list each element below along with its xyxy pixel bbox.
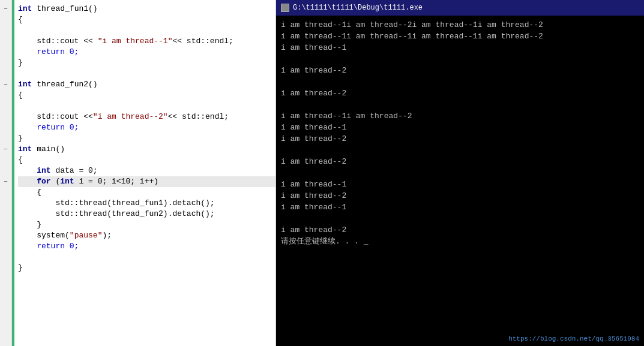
terminal-footer-link: https://blog.csdn.net/qq_35651984 [276, 334, 644, 346]
editor-gutter: − − − − [0, 0, 12, 346]
csdn-link: https://blog.csdn.net/qq_35651984 [508, 335, 639, 342]
terminal-line: i am thread--1i am thread--2i am thread-… [281, 19, 639, 31]
code-line [18, 68, 275, 79]
code-line: for (int i = 0; i<10; i++) [18, 176, 275, 187]
code-line: int data = 0; [18, 166, 275, 176]
terminal-output: i am thread--1i am thread--2i am thread-… [276, 16, 644, 334]
code-line: } [18, 263, 275, 273]
terminal-line: i am thread--2 [281, 88, 639, 99]
code-line [18, 252, 275, 263]
code-line: std::cout << "i am thread--1"<< std::end… [18, 36, 275, 47]
collapse-btn-1[interactable]: − [2, 4, 10, 14]
terminal-line: i am thread--1i am thread--1i am thread-… [281, 31, 639, 42]
code-line [18, 25, 275, 36]
code-line: } [18, 133, 275, 144]
code-line: return 0; [18, 241, 275, 252]
code-line: return 0; [18, 47, 275, 58]
terminal-line: i am thread--1 [281, 42, 639, 53]
code-editor-panel: − − − − [0, 0, 276, 346]
terminal-line [281, 53, 639, 65]
code-line: { [18, 14, 275, 25]
terminal-line: i am thread--1 [281, 201, 639, 213]
collapse-btn-for[interactable]: − [2, 176, 10, 187]
terminal-line: i am thread--2 [281, 133, 639, 145]
code-line: std::thread(thread_fun1).detach(); [18, 198, 275, 209]
terminal-titlebar: G:\t1111\t1111\Debug\t1111.exe [276, 0, 644, 16]
terminal-line [281, 167, 639, 179]
code-line: { [18, 187, 275, 198]
code-line: int main() [18, 144, 275, 155]
terminal-line: i am thread--1 [281, 179, 639, 190]
code-line: { [18, 155, 275, 166]
code-line: std::thread(thread_fun2).detach(); [18, 209, 275, 219]
terminal-line: i am thread--1i am thread--2 [281, 110, 639, 122]
terminal-line [281, 76, 639, 88]
code-line: } [18, 219, 275, 230]
terminal-line: i am thread--2 [281, 190, 639, 201]
code-line [18, 101, 275, 112]
terminal-title: G:\t1111\t1111\Debug\t1111.exe [293, 4, 423, 12]
collapse-btn-2[interactable]: − [2, 79, 10, 90]
code-content: int thread_fun1() { std::cout << "i am t… [14, 0, 275, 346]
terminal-panel: G:\t1111\t1111\Debug\t1111.exe i am thre… [276, 0, 644, 346]
terminal-line: i am thread--1 [281, 122, 639, 133]
terminal-line [281, 145, 639, 156]
code-line: system("pause"); [18, 230, 275, 241]
code-line: std::cout <<"i am thread--2"<< std::endl… [18, 112, 275, 122]
terminal-line: i am thread--2 [281, 156, 639, 167]
code-line: } [18, 58, 275, 68]
code-line: int thread_fun1() [18, 4, 275, 14]
code-line: int thread_fun2() [18, 79, 275, 90]
terminal-line [281, 213, 639, 224]
code-line: { [18, 90, 275, 101]
terminal-line: i am thread--2 [281, 224, 639, 236]
terminal-line: 请按任意键继续. . . _ [281, 236, 639, 247]
terminal-line [281, 99, 639, 110]
code-line: return 0; [18, 122, 275, 133]
collapse-btn-3[interactable]: − [2, 144, 10, 155]
terminal-icon [281, 4, 289, 12]
terminal-line: i am thread--2 [281, 65, 639, 76]
